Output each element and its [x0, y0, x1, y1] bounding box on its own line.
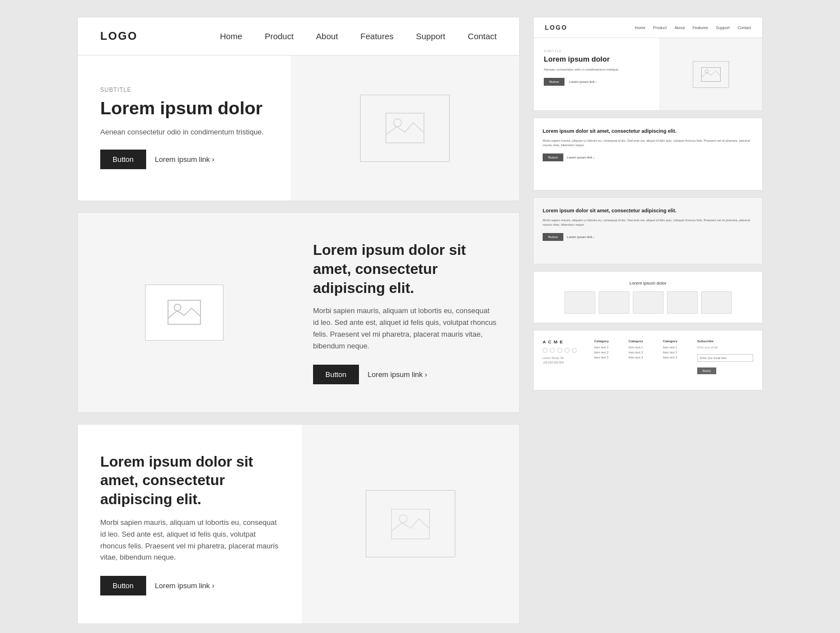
feature-section-2: Lorem ipsum dolor sit amet, consectetur … — [77, 424, 520, 625]
hero-description: Aenean consectetur odio in condimentum t… — [100, 127, 268, 138]
hero-button[interactable]: Button — [100, 150, 146, 169]
mini-gallery-grid — [543, 291, 753, 314]
mini-feature-1-button[interactable]: Button — [543, 153, 563, 161]
mini-footer-col-1-item-2: Item text 2 — [594, 351, 622, 354]
mini-hero-link[interactable]: Lorem ipsum link › — [569, 80, 596, 83]
mini-nav-links: Home Product About Features Support Cont… — [635, 26, 751, 30]
hero-subtitle: SUBTITLE — [100, 87, 268, 93]
svg-rect-6 — [701, 67, 720, 81]
mini-feature-2-title: Lorem ipsum dolor sit amet, consectetur … — [543, 208, 753, 215]
social-icon-2[interactable] — [550, 348, 555, 353]
nav-features[interactable]: Features — [361, 31, 394, 41]
hero-content: SUBTITLE Lorem ipsum dolor Aenean consec… — [78, 55, 291, 201]
right-wireframe: LOGO Home Product About Features Support… — [533, 17, 763, 390]
feature-2-description: Morbi sapien mauris, aliquam ut lobortis… — [100, 517, 279, 564]
feature-1-title: Lorem ipsum dolor sit amet, consectetur … — [313, 241, 497, 297]
mini-logo: LOGO — [545, 24, 567, 31]
mini-subscribe-button[interactable]: Button — [697, 367, 716, 374]
mini-feature-1: Lorem ipsum dolor sit amet, consectetur … — [533, 118, 763, 190]
mini-footer-address: Lorem Street, 99+00 000 000 000 — [543, 356, 587, 365]
mini-footer-brand: A C M E Lorem Street, 99+00 000 000 000 — [543, 339, 587, 374]
mini-subscribe-input[interactable] — [697, 354, 753, 362]
mini-gallery-item-3 — [633, 291, 664, 314]
mini-feature-1-desc: Morbi sapien mauris, aliquam ut lobortis… — [543, 138, 753, 148]
nav-home[interactable]: Home — [220, 31, 242, 41]
mini-footer-top: A C M E Lorem Street, 99+00 000 000 000 … — [543, 339, 753, 374]
mini-feature-2-button[interactable]: Button — [543, 233, 563, 241]
mini-feature-1-content: Lorem ipsum dolor sit amet, consectetur … — [534, 118, 762, 190]
mini-footer-col-2: Category Item text 1 Item text 2 Item te… — [628, 339, 656, 374]
mini-footer-col-1: Category Item text 1 Item text 2 Item te… — [594, 339, 622, 374]
mini-feature-1-title: Lorem ipsum dolor sit amet, consectetur … — [543, 128, 753, 135]
mini-nav-home[interactable]: Home — [635, 26, 646, 30]
feature-1-actions: Button Lorem ipsum link › — [313, 365, 497, 384]
mini-gallery-item-4 — [667, 291, 698, 314]
mini-hero-content: SUBTITLE Lorem ipsum dolor Aenean consec… — [534, 38, 659, 110]
feature-2-content: Lorem ipsum dolor sit amet, consectetur … — [78, 425, 302, 624]
svg-point-5 — [399, 515, 407, 523]
svg-point-7 — [705, 69, 708, 73]
mini-footer-col-3-item-2: Item text 2 — [663, 351, 690, 354]
mini-hero-actions: Button Lorem ipsum link › — [544, 78, 649, 86]
mini-gallery-section: Lorem ipsum dolor — [533, 271, 763, 323]
social-icon-5[interactable] — [572, 348, 577, 353]
mini-hero-image-area — [659, 38, 762, 110]
mini-footer-social-icons — [543, 348, 587, 353]
logo: LOGO — [100, 30, 138, 43]
mini-subscribe-label: Enter your email — [697, 346, 753, 349]
hero-link[interactable]: Lorem ipsum link › — [155, 155, 214, 164]
mini-footer-col-3-title: Category — [663, 339, 690, 343]
mini-subscribe: Subscribe Enter your email Button — [697, 339, 753, 374]
nav-links: Home Product About Features Support Cont… — [220, 31, 497, 41]
mini-nav-product[interactable]: Product — [653, 26, 666, 30]
mini-hero-button[interactable]: Button — [544, 78, 564, 86]
nav-about[interactable]: About — [316, 31, 338, 41]
mini-footer-logo: A C M E — [543, 339, 587, 345]
mini-nav-features[interactable]: Features — [693, 26, 708, 30]
svg-point-3 — [174, 304, 181, 311]
mini-feature-1-link[interactable]: Lorem ipsum link › — [567, 156, 594, 159]
left-wireframe: LOGO Home Product About Features Support… — [77, 17, 520, 624]
social-icon-1[interactable] — [543, 348, 548, 353]
feature-2-actions: Button Lorem ipsum link › — [100, 576, 279, 595]
hero-actions: Button Lorem ipsum link › — [100, 150, 268, 169]
nav-support[interactable]: Support — [416, 31, 446, 41]
mini-footer-col-1-item-1: Item text 1 — [594, 346, 622, 349]
feature-1-button[interactable]: Button — [313, 365, 359, 384]
social-icon-3[interactable] — [557, 348, 562, 353]
mini-hero-image — [693, 61, 729, 88]
feature-section-1: Lorem ipsum dolor sit amet, consectetur … — [77, 212, 520, 413]
mini-hero-section: SUBTITLE Lorem ipsum dolor Aenean consec… — [533, 38, 763, 111]
mini-feature-2-link[interactable]: Lorem ipsum link › — [567, 235, 594, 239]
svg-rect-0 — [386, 113, 424, 143]
mini-footer-col-1-item-3: Item text 3 — [594, 356, 622, 359]
mini-footer: A C M E Lorem Street, 99+00 000 000 000 … — [533, 330, 763, 390]
mini-gallery-item-2 — [599, 291, 629, 314]
mini-nav-contact[interactable]: Contact — [738, 26, 751, 30]
feature-1-image-placeholder — [145, 285, 223, 341]
mini-feature-2: Lorem ipsum dolor sit amet, consectetur … — [533, 197, 763, 264]
mini-feature-2-content: Lorem ipsum dolor sit amet, consectetur … — [534, 198, 762, 264]
feature-2-button[interactable]: Button — [100, 576, 146, 595]
mini-hero-desc: Aenean consectetur odio in condimentum t… — [544, 67, 649, 72]
mini-nav-support[interactable]: Support — [716, 26, 730, 30]
mini-footer-col-3: Category Item text 1 Item text 2 Item te… — [663, 339, 690, 374]
nav-contact[interactable]: Contact — [468, 31, 497, 41]
feature-1-description: Morbi sapien mauris, aliquam ut lobortis… — [313, 305, 497, 352]
svg-rect-4 — [391, 509, 430, 539]
social-icon-4[interactable] — [564, 348, 570, 353]
hero-title: Lorem ipsum dolor — [100, 97, 268, 119]
feature-2-link[interactable]: Lorem ipsum link › — [155, 581, 214, 590]
feature-1-link[interactable]: Lorem ipsum link › — [368, 370, 427, 379]
mini-gallery-item-5 — [701, 291, 732, 314]
feature-2-image-placeholder — [366, 490, 455, 557]
feature-2-image-area — [302, 425, 519, 624]
mini-feature-2-actions: Button Lorem ipsum link › — [543, 233, 753, 241]
mini-hero-title: Lorem ipsum dolor — [544, 55, 649, 64]
feature-1-image-area — [78, 213, 291, 412]
nav-product[interactable]: Product — [265, 31, 294, 41]
mini-nav-about[interactable]: About — [674, 26, 684, 30]
mini-footer-col-1-title: Category — [594, 339, 622, 343]
mini-gallery-item-1 — [564, 291, 595, 314]
mini-footer-col-2-item-3: Item text 3 — [628, 356, 656, 359]
